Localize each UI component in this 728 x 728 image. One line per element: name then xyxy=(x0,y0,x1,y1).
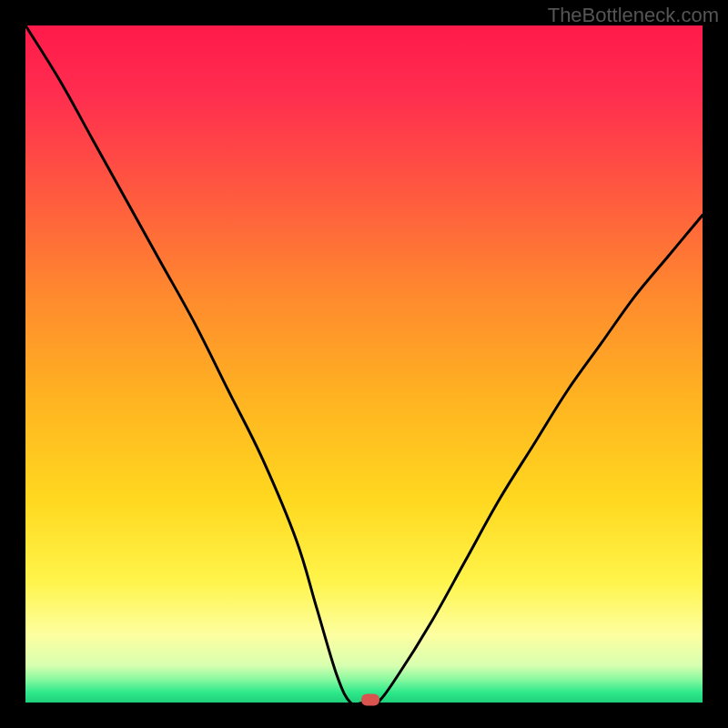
chart-container xyxy=(25,25,703,703)
attribution-text: TheBottleneck.com xyxy=(548,4,719,27)
minimum-marker xyxy=(361,694,379,706)
bottleneck-curve xyxy=(25,25,703,703)
